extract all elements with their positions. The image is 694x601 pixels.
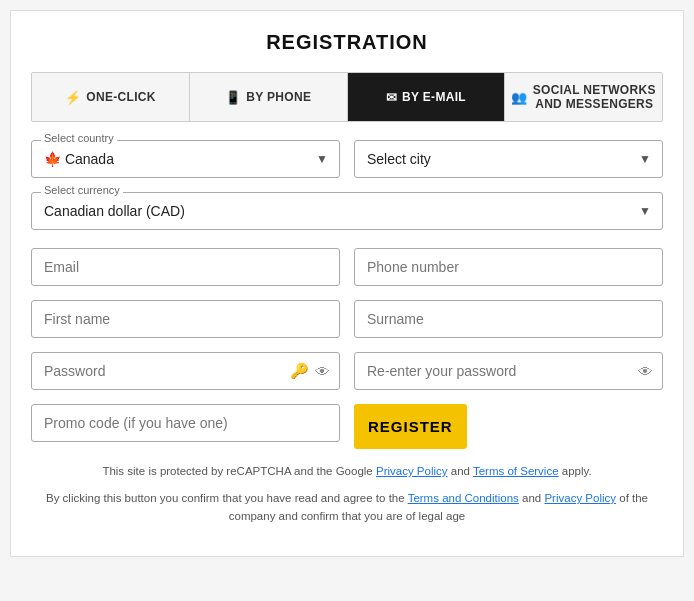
recaptcha-notice: This site is protected by reCAPTCHA and …: [31, 465, 663, 477]
country-field-wrap: Select country 🍁 Canada United States Un…: [31, 140, 340, 178]
firstname-input[interactable]: [31, 300, 340, 338]
currency-row: Select currency Canadian dollar (CAD) US…: [31, 192, 663, 230]
reenter-field-wrap: 👁: [354, 352, 663, 390]
key-icon: 🔑: [290, 362, 309, 380]
lightning-icon: ⚡: [65, 90, 81, 105]
tab-by-email[interactable]: ✉ BY E-MAIL: [348, 73, 506, 121]
password-row: 🔑 👁 👁: [31, 352, 663, 390]
surname-field-wrap: [354, 300, 663, 338]
email-input[interactable]: [31, 248, 340, 286]
promo-register-row: REGISTER: [31, 404, 663, 449]
tab-by-phone[interactable]: 📱 BY PHONE: [190, 73, 348, 121]
city-field-wrap: Select city ▼: [354, 140, 663, 178]
reenter-input[interactable]: [354, 352, 663, 390]
firstname-field-wrap: [31, 300, 340, 338]
phone-icon: 📱: [225, 90, 241, 105]
terms-of-service-link[interactable]: Terms of Service: [473, 465, 559, 477]
register-btn-wrap: REGISTER: [354, 404, 663, 449]
promo-field-wrap: [31, 404, 340, 449]
privacy-policy-link[interactable]: Privacy Policy: [376, 465, 448, 477]
country-city-row: Select country 🍁 Canada United States Un…: [31, 140, 663, 178]
email-field-wrap: [31, 248, 340, 286]
tab-one-click[interactable]: ⚡ ONE-CLICK: [32, 73, 190, 121]
country-select[interactable]: 🍁 Canada United States United Kingdom: [31, 140, 340, 178]
eye-icon[interactable]: 👁: [315, 363, 330, 380]
password-icons: 🔑 👁: [290, 362, 330, 380]
email-icon: ✉: [386, 90, 397, 105]
reenter-eye-icon[interactable]: 👁: [638, 363, 653, 380]
registration-tabs: ⚡ ONE-CLICK 📱 BY PHONE ✉ BY E-MAIL 👥 SOC…: [31, 72, 663, 122]
surname-input[interactable]: [354, 300, 663, 338]
currency-label: Select currency: [41, 184, 123, 196]
email-phone-row: [31, 248, 663, 286]
name-row: [31, 300, 663, 338]
city-select[interactable]: Select city: [354, 140, 663, 178]
promo-input[interactable]: [31, 404, 340, 442]
tab-social[interactable]: 👥 SOCIAL NETWORKS AND MESSENGERS: [505, 73, 662, 121]
terms-conditions-link[interactable]: Terms and Conditions: [408, 492, 519, 504]
register-button[interactable]: REGISTER: [354, 404, 467, 449]
disclaimer-text: By clicking this button you confirm that…: [31, 489, 663, 526]
page-title: REGISTRATION: [31, 31, 663, 54]
country-label: Select country: [41, 132, 117, 144]
phone-input[interactable]: [354, 248, 663, 286]
currency-field-wrap: Select currency Canadian dollar (CAD) US…: [31, 192, 663, 230]
registration-form: REGISTRATION ⚡ ONE-CLICK 📱 BY PHONE ✉ BY…: [10, 10, 684, 557]
currency-select[interactable]: Canadian dollar (CAD) US Dollar (USD) Eu…: [31, 192, 663, 230]
privacy-policy2-link[interactable]: Privacy Policy: [544, 492, 616, 504]
social-icon: 👥: [511, 90, 527, 105]
reenter-icons: 👁: [638, 363, 653, 380]
phone-field-wrap: [354, 248, 663, 286]
password-field-wrap: 🔑 👁: [31, 352, 340, 390]
